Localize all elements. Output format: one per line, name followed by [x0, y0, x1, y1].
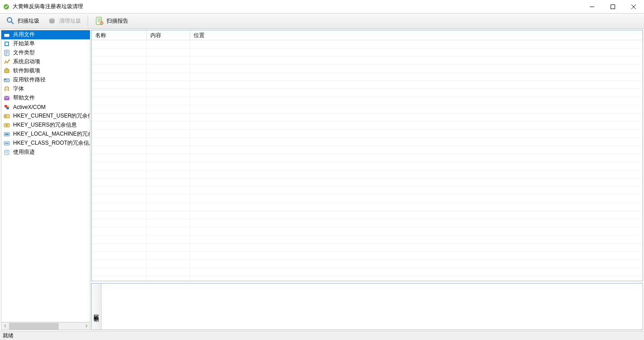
table-row[interactable] — [92, 195, 643, 203]
svg-point-2 — [7, 18, 12, 22]
col-content[interactable]: 内容 — [147, 30, 190, 40]
sidebar-item-3[interactable]: 系统启动项 — [1, 57, 90, 66]
scroll-right-button[interactable] — [82, 323, 90, 330]
table-row[interactable] — [92, 227, 643, 236]
table-row[interactable] — [92, 170, 643, 179]
toolbar-separator — [88, 15, 88, 26]
sidebar-item-label: HKEY_CLASS_ROOT的冗余信息 — [13, 139, 90, 147]
col-location[interactable]: 位置 — [190, 30, 643, 40]
table-row[interactable] — [92, 252, 643, 260]
sidebar-scrollbar[interactable] — [1, 322, 90, 330]
svg-rect-12 — [5, 69, 9, 73]
sidebar-item-label: 共用文件 — [13, 31, 35, 38]
table-row[interactable] — [92, 97, 643, 105]
table-row[interactable] — [92, 268, 643, 276]
close-button[interactable] — [623, 0, 644, 14]
sidebar-item-icon — [3, 76, 10, 84]
sidebar-item-0[interactable]: 共用文件 — [1, 30, 90, 39]
table-row[interactable] — [92, 203, 643, 211]
sidebar-item-12[interactable]: HKEY_CLASS_ROOT的冗余信息 — [1, 139, 90, 148]
table-row[interactable] — [92, 276, 643, 281]
table-row[interactable] — [92, 113, 643, 122]
sidebar-item-7[interactable]: 帮助文件 — [1, 94, 90, 103]
table-row[interactable] — [92, 48, 643, 57]
statusbar: 就绪 — [0, 331, 644, 340]
clean-button[interactable]: 清理垃圾 — [43, 14, 85, 27]
table-row[interactable] — [92, 89, 643, 97]
table-row[interactable] — [92, 81, 643, 89]
clean-button-label: 清理垃圾 — [59, 17, 81, 25]
sidebar-item-icon — [3, 113, 10, 120]
table-row[interactable] — [92, 57, 643, 65]
svg-rect-9 — [5, 42, 8, 45]
maximize-button[interactable] — [602, 0, 623, 14]
sidebar-list[interactable]: 共用文件开始菜单文件类型系统启动项软件卸载项应用软件路径A字体帮助文件Activ… — [1, 30, 90, 323]
table-row[interactable] — [92, 260, 643, 268]
table-row[interactable] — [92, 138, 643, 146]
table-row[interactable] — [92, 219, 643, 227]
sidebar-item-icon — [3, 149, 10, 156]
scan-button[interactable]: 扫描垃圾 — [2, 14, 43, 27]
app-icon — [3, 3, 10, 10]
svg-rect-4 — [96, 17, 102, 24]
sidebar-item-13[interactable]: 使用痕迹 — [1, 148, 90, 157]
table-row[interactable] — [92, 187, 643, 195]
table-row[interactable] — [92, 146, 643, 154]
table-row[interactable] — [92, 236, 643, 244]
table-row[interactable] — [92, 162, 643, 170]
toolbar: 扫描垃圾 清理垃圾 扫描报告 — [0, 14, 644, 29]
sidebar-item-9[interactable]: HKEY_CURENT_USER的冗余信息 — [1, 112, 90, 121]
sidebar-item-10[interactable]: HKEY_USERS的冗余信息 — [1, 121, 90, 130]
titlebar: 大黄蜂反病毒注册表垃圾清理 — [0, 0, 644, 14]
sidebar-item-label: 开始菜单 — [13, 40, 35, 47]
scroll-left-button[interactable] — [1, 323, 9, 330]
sidebar-item-4[interactable]: 软件卸载项 — [1, 66, 90, 76]
table-row[interactable] — [92, 154, 643, 162]
table-row[interactable] — [92, 65, 643, 73]
svg-rect-7 — [4, 33, 9, 34]
right-panel: 名称 内容 位置 详细信息 — [91, 29, 644, 331]
sidebar-item-icon — [3, 94, 10, 102]
col-name[interactable]: 名称 — [92, 30, 147, 40]
sidebar-item-11[interactable]: HKEY_LOCAL_MACHINE的冗余信息 — [1, 130, 90, 139]
sidebar-item-icon — [3, 140, 10, 147]
sidebar-item-5[interactable]: 应用软件路径 — [1, 76, 90, 85]
sidebar-item-label: HKEY_LOCAL_MACHINE的冗余信息 — [13, 130, 90, 138]
window-title: 大黄蜂反病毒注册表垃圾清理 — [13, 3, 83, 10]
results-table[interactable]: 名称 内容 位置 — [91, 30, 643, 281]
sidebar-item-icon — [3, 31, 10, 38]
sidebar-item-2[interactable]: 文件类型 — [1, 48, 90, 57]
table-row[interactable] — [92, 105, 643, 113]
table-row[interactable] — [92, 179, 643, 187]
scan-button-label: 扫描垃圾 — [18, 17, 39, 25]
detail-body — [102, 283, 643, 330]
sidebar-item-6[interactable]: A字体 — [1, 85, 90, 94]
scroll-track[interactable] — [9, 323, 82, 330]
sidebar-item-label: 软件卸载项 — [13, 67, 40, 75]
sidebar-item-label: HKEY_USERS的冗余信息 — [13, 121, 77, 129]
table-row[interactable] — [92, 130, 643, 138]
sidebar-item-label: 系统启动项 — [13, 58, 40, 66]
table-row[interactable] — [92, 122, 643, 130]
detail-tab[interactable]: 详细信息 — [92, 283, 102, 330]
sidebar-item-label: 帮助文件 — [13, 94, 35, 102]
sidebar-item-8[interactable]: ActiveX/COM — [1, 103, 90, 112]
report-button-label: 扫描报告 — [107, 17, 128, 25]
scroll-thumb[interactable] — [9, 323, 59, 330]
table-row[interactable] — [92, 244, 643, 252]
sidebar-item-icon — [3, 104, 10, 111]
sidebar-item-label: 文件类型 — [13, 49, 35, 57]
minimize-button[interactable] — [582, 0, 602, 14]
report-button[interactable]: 扫描报告 — [91, 14, 132, 27]
sidebar-item-icon — [3, 131, 10, 138]
table-header: 名称 内容 位置 — [92, 30, 643, 40]
sidebar: 共用文件开始菜单文件类型系统启动项软件卸载项应用软件路径A字体帮助文件Activ… — [0, 29, 91, 331]
svg-rect-24 — [5, 133, 9, 135]
table-row[interactable] — [92, 211, 643, 219]
svg-rect-14 — [4, 79, 6, 80]
sidebar-item-1[interactable]: 开始菜单 — [1, 39, 90, 48]
table-row[interactable] — [92, 73, 643, 81]
table-body — [92, 40, 643, 281]
table-row[interactable] — [92, 40, 643, 48]
sidebar-item-label: ActiveX/COM — [13, 104, 46, 110]
